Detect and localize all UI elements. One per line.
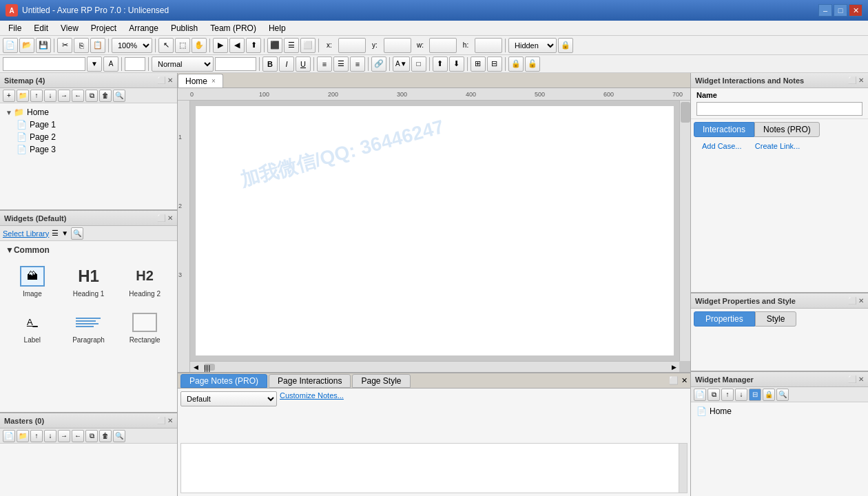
font-size-input[interactable] — [125, 57, 145, 71]
notes-textarea-area[interactable] — [180, 443, 688, 493]
interactions-expand-icon[interactable]: ⬜ — [848, 76, 856, 84]
w-field[interactable] — [429, 38, 457, 53]
menu-arrange[interactable]: Arrange — [123, 21, 164, 35]
window-controls[interactable]: – □ ✕ — [818, 4, 862, 17]
lock-widget-button[interactable]: 🔒 — [508, 56, 524, 72]
widgets-dropdown-icon[interactable]: ▼ — [61, 229, 68, 237]
notes-scrollbar[interactable] — [679, 444, 687, 493]
sitemap-folder-btn[interactable]: 📁 — [17, 90, 29, 102]
widget-name-input[interactable] — [696, 102, 862, 116]
menu-team[interactable]: Team (PRO) — [205, 21, 262, 35]
style-select[interactable]: Normal Heading 1 Heading 2 — [152, 56, 214, 72]
masters-expand-icon[interactable]: ⬜ — [157, 417, 165, 424]
wm-filter-btn[interactable]: ⊟ — [749, 389, 761, 401]
masters-up-btn[interactable]: ↑ — [30, 430, 43, 442]
widget-item-rectangle[interactable]: Rectangle — [118, 305, 172, 349]
wm-item-home[interactable]: 📄 Home — [694, 405, 865, 417]
sitemap-item-home[interactable]: ▼ 📁 Home — [3, 106, 174, 118]
font-browse-button[interactable]: ▼ — [87, 56, 102, 72]
sitemap-expand-icon[interactable]: ⬜ — [157, 76, 165, 84]
font-family-input[interactable] — [3, 57, 85, 71]
properties-close-icon[interactable]: ✕ — [858, 297, 864, 304]
add-case-link[interactable]: Add Case... — [696, 138, 747, 154]
order-down-button[interactable]: ⬇ — [449, 56, 464, 72]
canvas-main[interactable]: 加我微信/QQ: 36446247 ◀ ||| ▶ — [190, 101, 690, 372]
bold-button[interactable]: B — [262, 56, 278, 72]
masters-delete-btn[interactable]: 🗑 — [99, 430, 112, 442]
tab-page-interactions[interactable]: Page Interactions — [269, 374, 351, 388]
align-left-button[interactable]: ⬛ — [267, 38, 282, 53]
tree-toggle-home[interactable]: ▼ — [6, 109, 14, 116]
canvas-tab-home[interactable]: Home × — [178, 74, 223, 87]
link-button[interactable]: 🔗 — [371, 56, 386, 72]
masters-down-btn[interactable]: ↓ — [44, 430, 56, 442]
sitemap-down-btn[interactable]: ↓ — [44, 90, 56, 102]
sitemap-outdent-btn[interactable]: ← — [72, 90, 84, 102]
menu-project[interactable]: Project — [85, 21, 122, 35]
paste-button[interactable]: 📋 — [90, 38, 105, 53]
properties-expand-icon[interactable]: ⬜ — [848, 297, 856, 304]
copy-button[interactable]: ⎘ — [74, 38, 89, 53]
sitemap-indent-btn[interactable]: → — [58, 90, 70, 102]
x-field[interactable] — [338, 38, 366, 53]
masters-folder-btn[interactable]: 📁 — [17, 430, 29, 442]
minimize-button[interactable]: – — [818, 4, 832, 17]
bottom-close-icon[interactable]: ✕ — [681, 376, 688, 385]
sitemap-up-btn[interactable]: ↑ — [30, 90, 43, 102]
masters-search-btn[interactable]: 🔍 — [113, 430, 125, 442]
cut-button[interactable]: ✂ — [57, 38, 72, 53]
menu-help[interactable]: Help — [263, 21, 291, 35]
canvas-scrollbar-v[interactable] — [679, 101, 690, 361]
widget-item-paragraph[interactable]: Paragraph — [62, 305, 116, 349]
pointer-tool[interactable]: ↖ — [158, 38, 174, 53]
masters-right-btn[interactable]: → — [58, 430, 70, 442]
widget-item-image[interactable]: Image — [6, 259, 59, 302]
close-button[interactable]: ✕ — [849, 4, 862, 17]
hidden-select[interactable]: Hidden Visible — [508, 38, 557, 53]
underline-button[interactable]: U — [296, 56, 311, 72]
lock-button[interactable]: 🔒 — [558, 38, 573, 53]
tab-style[interactable]: Style — [755, 311, 797, 327]
wm-lock-btn[interactable]: 🔒 — [763, 389, 775, 401]
masters-duplicate-btn[interactable]: ⧉ — [85, 430, 98, 442]
widgets-search-btn[interactable]: 🔍 — [71, 227, 83, 240]
pan-tool[interactable]: ✋ — [192, 38, 207, 53]
widget-item-label[interactable]: A_ Label — [6, 305, 59, 349]
h-field[interactable] — [475, 38, 502, 53]
canvas-surface[interactable]: 加我微信/QQ: 36446247 — [196, 106, 674, 355]
select-tool[interactable]: ⬚ — [175, 38, 190, 53]
masters-left-btn[interactable]: ← — [72, 430, 84, 442]
canvas-scroll-thumb-v[interactable] — [681, 102, 690, 123]
bottom-expand-icon[interactable]: ⬜ — [669, 376, 679, 385]
tab-page-style[interactable]: Page Style — [352, 374, 410, 388]
create-link[interactable]: Create Link... — [750, 138, 805, 154]
tab-properties[interactable]: Properties — [694, 311, 755, 327]
wm-close-icon[interactable]: ✕ — [858, 375, 864, 383]
wm-up-btn[interactable]: ↑ — [721, 389, 734, 401]
publish-preview-button[interactable]: ◀ — [229, 38, 245, 53]
tab-interactions[interactable]: Interactions — [694, 122, 754, 137]
sitemap-delete-btn[interactable]: 🗑 — [99, 90, 112, 102]
menu-view[interactable]: View — [55, 21, 84, 35]
align-center-button[interactable]: ☰ — [284, 38, 299, 53]
new-file-button[interactable]: 📄 — [3, 38, 18, 53]
sitemap-item-page3[interactable]: 📄 Page 3 — [14, 143, 174, 156]
masters-add-btn[interactable]: 📄 — [3, 430, 15, 442]
scroll-arrow-right[interactable]: ▶ — [668, 362, 679, 373]
align-right-button[interactable]: ⬜ — [300, 38, 316, 53]
tab-notes-pro[interactable]: Notes (PRO) — [754, 122, 820, 137]
scroll-arrow-left[interactable]: ◀ — [190, 362, 201, 373]
widget-item-h2[interactable]: H2 Heading 2 — [118, 259, 172, 302]
canvas-scroll-thumb-h[interactable]: ||| — [204, 364, 215, 371]
save-button[interactable]: 💾 — [36, 38, 51, 53]
customize-notes-link[interactable]: Customize Notes... — [280, 391, 344, 400]
group-button[interactable]: ⊞ — [471, 56, 486, 72]
sitemap-duplicate-btn[interactable]: ⧉ — [85, 90, 98, 102]
widgets-expand-icon[interactable]: ⬜ — [157, 214, 165, 222]
ungroup-button[interactable]: ⊟ — [487, 56, 502, 72]
preview-button[interactable]: ▶ — [213, 38, 228, 53]
masters-close-icon[interactable]: ✕ — [167, 417, 173, 424]
unlock-widget-button[interactable]: 🔓 — [525, 56, 540, 72]
sitemap-add-btn[interactable]: + — [3, 90, 15, 102]
italic-button[interactable]: I — [279, 56, 294, 72]
